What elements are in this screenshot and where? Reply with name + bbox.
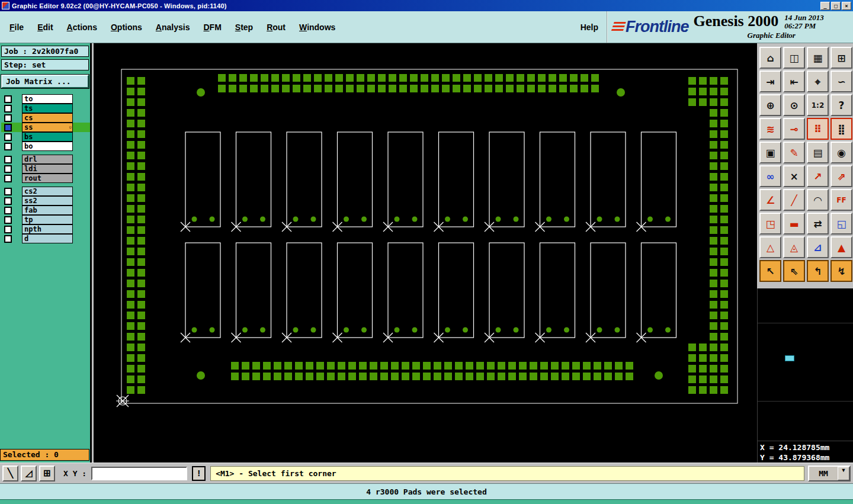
tool-origin-button[interactable]: ◉ [830,142,852,163]
layer-label-bo[interactable]: bo [22,142,73,151]
layer-label-ss2[interactable]: ss2 [22,196,73,206]
layer-checkbox-ts[interactable] [4,105,12,113]
tool-zoom-1-2-button[interactable]: 1:2 [807,94,829,116]
tool-clipboard-button[interactable]: ⌂ [759,47,781,69]
layer-label-cs2[interactable]: cs2 [22,187,73,196]
tool-zoom-in-window-button[interactable]: ⇥ [759,70,781,92]
layer-checkbox-bs[interactable] [4,133,12,141]
layer-checkbox-drl[interactable] [4,156,12,163]
tool-help-button[interactable]: ? [830,94,852,116]
tool-grid-snap-button[interactable]: ⠿ [807,118,829,140]
menu-actions[interactable]: Actions [67,23,97,32]
layer-label-drl[interactable]: drl [22,155,73,164]
job-matrix-button[interactable]: Job Matrix ... [1,75,89,88]
menu-edit[interactable]: Edit [37,23,53,32]
layer-label-fab[interactable]: fab [22,206,73,215]
layer-label-bs[interactable]: bs [22,132,73,142]
pcb-canvas[interactable] [94,43,757,463]
layer-row-bo[interactable]: bo [1,142,90,151]
title-bar[interactable]: Graphic Editor 9.02c2 (00@HY-HYCAM-PC050… [0,0,853,11]
layer-label-tp[interactable]: tp [22,215,73,224]
layer-label-npth[interactable]: npth [22,224,73,234]
layer-row-tp[interactable]: tp [1,215,90,224]
tool-delete-button[interactable]: × [783,165,805,187]
tool-measure-arc-button[interactable]: ◠ [807,189,829,211]
layer-row-fab[interactable]: fab [1,206,90,215]
snap-mode-button[interactable]: ╲ [2,466,18,481]
layer-checkbox-tp[interactable] [4,216,12,224]
tool-line-edit-button[interactable]: ▬ [783,213,805,235]
layer-checkbox-cs[interactable] [4,114,12,122]
tool-select-single-button[interactable]: ↖ [759,260,781,282]
layer-row-to[interactable]: to [1,94,90,104]
menu-analysis[interactable]: Analysis [156,23,190,32]
menu-options[interactable]: Options [111,23,142,32]
minimize-button[interactable]: _ [820,2,830,10]
tool-zoom-scale-button[interactable]: ⌖ [807,70,829,92]
close-button[interactable]: × [842,2,851,10]
layer-row-npth[interactable]: npth [1,224,90,234]
tool-select-window-button[interactable]: ⇖ [783,260,805,282]
layer-checkbox-ss2[interactable] [4,197,12,205]
angle-mode-button[interactable]: ◿ [21,466,37,481]
grid-toggle-button[interactable]: ⊞ [39,466,55,481]
layer-checkbox-ldi[interactable] [4,165,12,173]
tool-layer-compare-button[interactable]: ≋ [759,118,781,140]
layer-label-cs[interactable]: cs [22,113,73,123]
tool-select-query-button[interactable]: ↰ [807,260,829,282]
tool-pad-edit-button[interactable]: ◳ [759,213,781,235]
tool-plot-button[interactable]: ▦ [807,47,829,69]
layer-checkbox-npth[interactable] [4,226,12,233]
tool-copy-vertex-button[interactable]: ⇗ [830,165,852,187]
maximize-button[interactable]: □ [831,2,841,10]
menu-help[interactable]: Help [581,23,598,32]
layer-row-ts[interactable]: ts [1,104,90,113]
layer-row-drl[interactable]: drl [1,155,90,164]
layer-label-ts[interactable]: ts [22,104,73,113]
layer-row-ldi[interactable]: ldi [1,164,90,174]
tool-zoom-out-window-button[interactable]: ⇤ [783,70,805,92]
layer-label-d[interactable]: d [22,234,73,243]
tool-net-highlight-button[interactable]: ∞ [759,165,781,187]
layer-checkbox-cs2[interactable] [4,188,12,195]
xy-input[interactable] [91,467,187,480]
tool-clip-view-button[interactable]: ▣ [759,142,781,163]
layer-row-rout[interactable]: rout [1,174,90,183]
tool-ruler-button[interactable]: ▤ [807,142,829,163]
tool-measure-line-button[interactable]: ╱ [783,189,805,211]
tool-measure-point-button[interactable]: ⊸ [783,118,805,140]
layer-label-rout[interactable]: rout [22,174,73,183]
layer-row-cs2[interactable]: cs2 [1,187,90,196]
tool-triangle-open-button[interactable]: △ [759,236,781,258]
layer-row-bs[interactable]: bs [1,132,90,142]
menu-file[interactable]: File [9,23,24,32]
menu-rout[interactable]: Rout [267,23,286,32]
layer-checkbox-ss[interactable] [4,124,12,131]
tool-text-button[interactable]: FF [830,189,852,211]
layer-label-to[interactable]: to [22,94,73,104]
tool-stretch-button[interactable]: ⇄ [807,213,829,235]
layer-checkbox-d[interactable] [4,235,12,243]
tool-select-filter-button[interactable]: ↯ [830,260,852,282]
units-dropdown-button[interactable]: ▼ [838,467,849,480]
tool-move-vertex-button[interactable]: ↗ [807,165,829,187]
layer-checkbox-rout[interactable] [4,175,12,182]
layer-label-ss[interactable]: ss▫ [22,123,73,132]
tool-triangle-measure-button[interactable]: ⊿ [807,236,829,258]
menu-windows[interactable]: Windows [299,23,335,32]
tool-triangle-label-button[interactable]: ◬ [783,236,805,258]
tool-redraw-button[interactable]: ∽ [830,70,852,92]
layer-row-cs[interactable]: cs [1,113,90,123]
layer-checkbox-to[interactable] [4,95,12,103]
layer-label-ldi[interactable]: ldi [22,164,73,174]
tool-fit-view-button[interactable]: ⊕ [759,94,781,116]
tool-grid-dots-button[interactable]: ⣿ [830,118,852,140]
menu-step[interactable]: Step [235,23,253,32]
tool-split-view-button[interactable]: ⊞ [830,47,852,69]
alert-button[interactable]: ! [192,466,206,481]
tool-pan-center-button[interactable]: ⊙ [783,94,805,116]
layer-row-d[interactable]: d [1,234,90,243]
layer-row-ss2[interactable]: ss2 [1,196,90,206]
tool-display-button[interactable]: ◫ [783,47,805,69]
units-selector[interactable]: MM ▼ [808,466,851,481]
